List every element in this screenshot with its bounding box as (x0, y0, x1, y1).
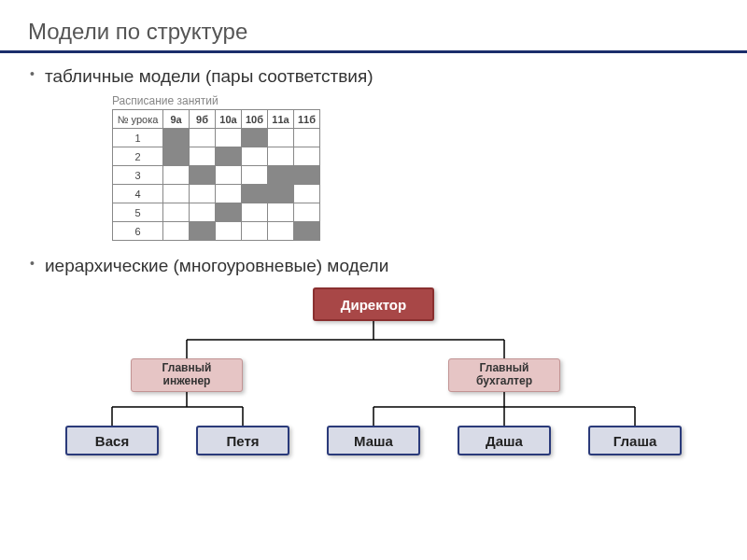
schedule-cell (268, 222, 294, 241)
bullet-hierarchical: иерархические (многоуровневые) модели (28, 256, 719, 276)
schedule-cell (242, 203, 268, 222)
schedule-cell (294, 203, 320, 222)
schedule-cell (268, 203, 294, 222)
schedule-cell (190, 147, 216, 166)
schedule-cell (268, 129, 294, 147)
schedule-cell (294, 222, 320, 241)
schedule-table-block: Расписание занятий № урока 9а 9б 10а 10б… (112, 94, 719, 241)
node-masha: Маша (327, 426, 420, 455)
schedule-col: 11а (268, 110, 294, 129)
schedule-col: 9а (163, 110, 190, 129)
schedule-table: № урока 9а 9б 10а 10б 11а 11б 123456 (112, 109, 320, 241)
schedule-col: 10а (216, 110, 242, 129)
schedule-cell (242, 129, 268, 147)
node-glasha: Глаша (588, 426, 682, 455)
schedule-cell (216, 203, 242, 222)
bullet-tabular: табличные модели (пары соответствия) (28, 66, 719, 87)
schedule-cell (294, 147, 320, 166)
schedule-cell (268, 185, 294, 203)
schedule-cell (190, 203, 216, 222)
schedule-cell (163, 203, 190, 222)
slide-title: Модели по структуре (28, 19, 719, 45)
node-chief-engineer: Главный инженер (131, 358, 243, 392)
schedule-cell (294, 185, 320, 203)
hierarchy-diagram: Директор Главный инженер Главный бухгалт… (56, 286, 691, 463)
schedule-cell (163, 147, 190, 166)
schedule-cell (190, 185, 216, 203)
schedule-cell (163, 222, 190, 241)
node-chief-accountant: Главный бухгалтер (448, 358, 560, 392)
schedule-cell (242, 185, 268, 203)
schedule-cell (294, 166, 320, 185)
schedule-col: 9б (190, 110, 216, 129)
node-vasya: Вася (65, 426, 159, 455)
schedule-cell (216, 222, 242, 241)
schedule-col: 11б (294, 110, 320, 129)
schedule-cell (216, 129, 242, 147)
schedule-rownum: 3 (113, 166, 163, 185)
schedule-cell (163, 129, 190, 147)
node-petya: Петя (196, 426, 289, 455)
schedule-rownum: 2 (113, 147, 163, 166)
schedule-rownum: 4 (113, 185, 163, 203)
schedule-rowheader: № урока (113, 110, 163, 129)
schedule-cell (242, 222, 268, 241)
schedule-col: 10б (242, 110, 268, 129)
node-director: Директор (313, 287, 434, 321)
schedule-cell (268, 166, 294, 185)
schedule-cell (190, 166, 216, 185)
node-dasha: Даша (458, 426, 551, 455)
schedule-cell (268, 147, 294, 166)
schedule-cell (242, 166, 268, 185)
schedule-cell (216, 147, 242, 166)
schedule-cell (294, 129, 320, 147)
schedule-rownum: 1 (113, 129, 163, 147)
schedule-cell (216, 185, 242, 203)
schedule-rownum: 5 (113, 203, 163, 222)
schedule-cell (163, 185, 190, 203)
schedule-cell (190, 222, 216, 241)
schedule-caption: Расписание занятий (112, 94, 719, 107)
schedule-cell (242, 147, 268, 166)
schedule-cell (216, 166, 242, 185)
schedule-cell (190, 129, 216, 147)
schedule-cell (163, 166, 190, 185)
title-underline (0, 50, 747, 53)
schedule-rownum: 6 (113, 222, 163, 241)
